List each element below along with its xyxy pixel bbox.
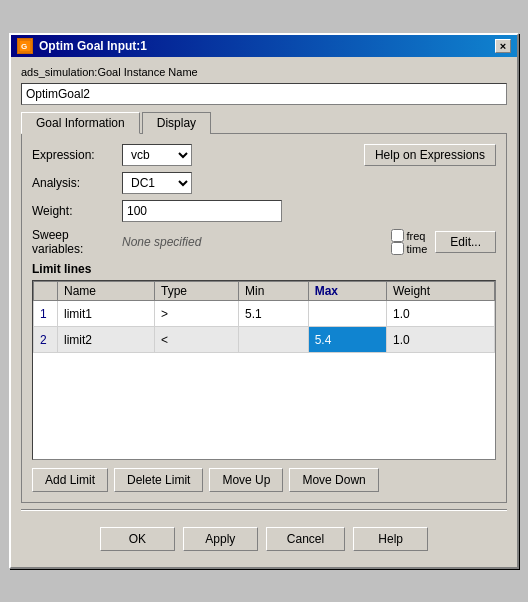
edit-button[interactable]: Edit... bbox=[435, 231, 496, 253]
col-header-max: Max bbox=[308, 282, 386, 301]
sweep-checkboxes: freq time bbox=[391, 229, 428, 255]
sweep-label: Sweep variables: bbox=[32, 228, 122, 256]
svg-text:G: G bbox=[21, 42, 27, 51]
analysis-select[interactable]: DC1 bbox=[122, 172, 192, 194]
title-bar-left: G Optim Goal Input:1 bbox=[17, 38, 147, 54]
time-checkbox-row: time bbox=[391, 242, 428, 255]
col-header-name: Name bbox=[58, 282, 155, 301]
row2-weight: 1.0 bbox=[386, 327, 494, 353]
analysis-content: DC1 bbox=[122, 172, 496, 194]
row1-max bbox=[308, 301, 386, 327]
col-header-type: Type bbox=[154, 282, 238, 301]
freq-label: freq bbox=[407, 230, 426, 242]
limit-lines-section: Limit lines Name Type Min Max Weight bbox=[32, 262, 496, 492]
row1-type: > bbox=[154, 301, 238, 327]
expression-label: Expression: bbox=[32, 148, 122, 162]
separator bbox=[21, 509, 507, 511]
apply-button[interactable]: Apply bbox=[183, 527, 258, 551]
col-header-weight: Weight bbox=[386, 282, 494, 301]
weight-label: Weight: bbox=[32, 204, 122, 218]
sweep-none-text: None specified bbox=[122, 235, 391, 249]
expression-row: Expression: vcb Help on Expressions bbox=[32, 144, 496, 166]
goal-name-input[interactable] bbox=[21, 83, 507, 105]
row1-weight: 1.0 bbox=[386, 301, 494, 327]
table-row: 1 limit1 > 5.1 1.0 bbox=[34, 301, 495, 327]
row1-name: limit1 bbox=[58, 301, 155, 327]
weight-input[interactable] bbox=[122, 200, 282, 222]
col-header-min: Min bbox=[239, 282, 309, 301]
row1-min: 5.1 bbox=[239, 301, 309, 327]
add-limit-button[interactable]: Add Limit bbox=[32, 468, 108, 492]
row2-min bbox=[239, 327, 309, 353]
row2-max: 5.4 bbox=[308, 327, 386, 353]
limit-table-wrapper: Name Type Min Max Weight 1 limit1 bbox=[32, 280, 496, 460]
move-down-button[interactable]: Move Down bbox=[289, 468, 378, 492]
tab-display[interactable]: Display bbox=[142, 112, 211, 134]
row2-name: limit2 bbox=[58, 327, 155, 353]
main-window: G Optim Goal Input:1 × ads_simulation:Go… bbox=[9, 33, 519, 569]
col-header-num bbox=[34, 282, 58, 301]
window-icon: G bbox=[17, 38, 33, 54]
weight-row: Weight: bbox=[32, 200, 496, 222]
bottom-buttons: OK Apply Cancel Help bbox=[21, 517, 507, 557]
freq-checkbox[interactable] bbox=[391, 229, 404, 242]
row2-type: < bbox=[154, 327, 238, 353]
freq-checkbox-row: freq bbox=[391, 229, 428, 242]
table-header-row: Name Type Min Max Weight bbox=[34, 282, 495, 301]
move-up-button[interactable]: Move Up bbox=[209, 468, 283, 492]
tab-goal-information[interactable]: Goal Information bbox=[21, 112, 140, 134]
weight-content bbox=[122, 200, 496, 222]
table-row: 2 limit2 < 5.4 1.0 bbox=[34, 327, 495, 353]
close-button[interactable]: × bbox=[495, 39, 511, 53]
time-checkbox[interactable] bbox=[391, 242, 404, 255]
sweep-row: Sweep variables: None specified freq tim… bbox=[32, 228, 496, 256]
expression-content: vcb Help on Expressions bbox=[122, 144, 496, 166]
window-title: Optim Goal Input:1 bbox=[39, 39, 147, 53]
analysis-row: Analysis: DC1 bbox=[32, 172, 496, 194]
window-body: ads_simulation:Goal Instance Name Goal I… bbox=[11, 57, 517, 567]
time-label: time bbox=[407, 243, 428, 255]
help-button[interactable]: Help bbox=[353, 527, 428, 551]
ads-instance-label: ads_simulation:Goal Instance Name bbox=[21, 66, 198, 78]
row2-num: 2 bbox=[34, 327, 58, 353]
ok-button[interactable]: OK bbox=[100, 527, 175, 551]
cancel-button[interactable]: Cancel bbox=[266, 527, 345, 551]
analysis-label: Analysis: bbox=[32, 176, 122, 190]
ads-instance-label-row: ads_simulation:Goal Instance Name bbox=[21, 65, 507, 79]
limit-buttons: Add Limit Delete Limit Move Up Move Down bbox=[32, 468, 496, 492]
tab-content-goal-information: Expression: vcb Help on Expressions Anal… bbox=[21, 134, 507, 503]
delete-limit-button[interactable]: Delete Limit bbox=[114, 468, 203, 492]
tabs-bar: Goal Information Display bbox=[21, 111, 507, 134]
title-bar: G Optim Goal Input:1 × bbox=[11, 35, 517, 57]
help-expressions-button[interactable]: Help on Expressions bbox=[364, 144, 496, 166]
expression-select[interactable]: vcb bbox=[122, 144, 192, 166]
limit-lines-title: Limit lines bbox=[32, 262, 496, 276]
limit-table: Name Type Min Max Weight 1 limit1 bbox=[33, 281, 495, 353]
row1-num: 1 bbox=[34, 301, 58, 327]
